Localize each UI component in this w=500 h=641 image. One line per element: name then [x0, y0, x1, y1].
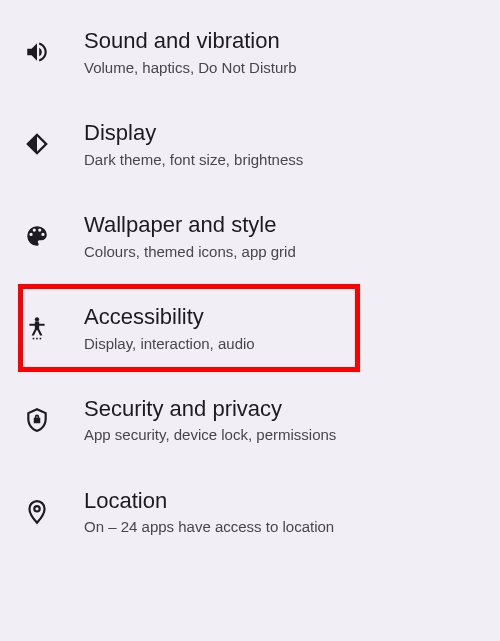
svg-point-0	[35, 317, 39, 321]
sound-icon	[24, 39, 68, 65]
item-text: Security and privacy App security, devic…	[68, 394, 476, 446]
accessibility-icon	[24, 315, 68, 341]
item-subtitle: Dark theme, font size, brightness	[84, 150, 476, 170]
item-title: Sound and vibration	[84, 26, 476, 56]
item-subtitle: Volume, haptics, Do Not Disturb	[84, 58, 476, 78]
svg-rect-2	[36, 338, 38, 340]
item-subtitle: Display, interaction, audio	[84, 334, 476, 354]
settings-item-location[interactable]: Location On – 24 apps have access to loc…	[0, 466, 500, 558]
shield-icon	[24, 407, 68, 433]
item-subtitle: Colours, themed icons, app grid	[84, 242, 476, 262]
palette-icon	[24, 223, 68, 249]
location-icon	[24, 499, 68, 525]
svg-rect-1	[33, 338, 35, 340]
item-subtitle: App security, device lock, permissions	[84, 425, 476, 445]
item-title: Wallpaper and style	[84, 210, 476, 240]
item-title: Security and privacy	[84, 394, 476, 424]
item-title: Display	[84, 118, 476, 148]
item-title: Accessibility	[84, 302, 476, 332]
display-icon	[24, 131, 68, 157]
item-text: Accessibility Display, interaction, audi…	[68, 302, 476, 354]
settings-list: Sound and vibration Volume, haptics, Do …	[0, 0, 500, 558]
item-text: Display Dark theme, font size, brightnes…	[68, 118, 476, 170]
item-text: Location On – 24 apps have access to loc…	[68, 486, 476, 538]
settings-item-security[interactable]: Security and privacy App security, devic…	[0, 374, 500, 466]
settings-item-wallpaper[interactable]: Wallpaper and style Colours, themed icon…	[0, 190, 500, 282]
item-text: Wallpaper and style Colours, themed icon…	[68, 210, 476, 262]
svg-rect-3	[40, 338, 42, 340]
item-text: Sound and vibration Volume, haptics, Do …	[68, 26, 476, 78]
item-subtitle: On – 24 apps have access to location	[84, 517, 476, 537]
settings-item-sound[interactable]: Sound and vibration Volume, haptics, Do …	[0, 6, 500, 98]
item-title: Location	[84, 486, 476, 516]
settings-item-accessibility[interactable]: Accessibility Display, interaction, audi…	[0, 282, 500, 374]
settings-item-display[interactable]: Display Dark theme, font size, brightnes…	[0, 98, 500, 190]
